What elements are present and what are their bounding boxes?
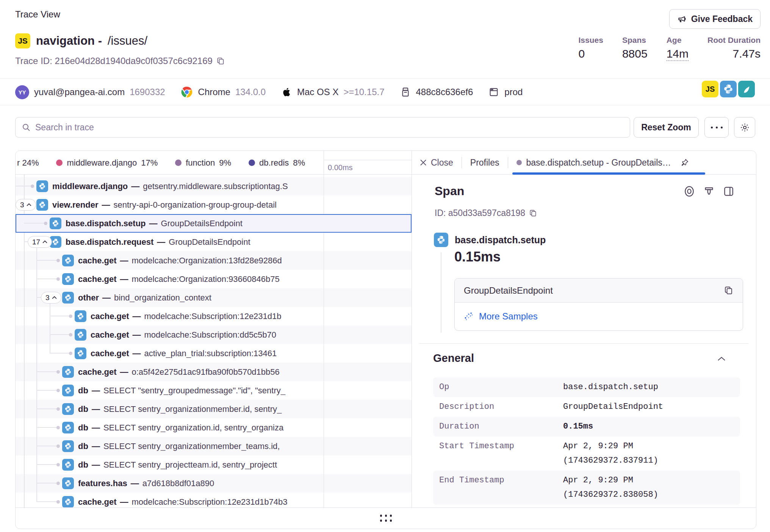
python-icon	[36, 199, 48, 211]
span-row[interactable]: db—SELECT sentry_organizationmember_team…	[16, 437, 412, 455]
connector-line	[441, 252, 441, 333]
general-section-title: General	[433, 352, 474, 365]
copy-icon[interactable]	[529, 209, 537, 217]
device-chip: 488c8c636ef6	[400, 86, 473, 98]
apple-icon	[281, 86, 292, 98]
search-input[interactable]	[35, 122, 624, 133]
tree-connector-dot	[44, 222, 47, 225]
stat-age: Age 14m	[667, 36, 689, 60]
more-options-button[interactable]	[704, 117, 729, 138]
field-label: Start Timestamp	[433, 437, 563, 456]
tree-connector-dot	[56, 463, 60, 466]
environment-chip: prod	[488, 86, 523, 98]
tree-connector-line	[50, 316, 70, 316]
span-row[interactable]: cache.get—modelcache:Subscription:dd5c5b…	[16, 325, 412, 344]
pin-icon[interactable]	[680, 158, 689, 167]
field-label: End Timestamp	[433, 471, 563, 490]
collapse-section-icon[interactable]	[717, 356, 726, 362]
tree-connector-dot	[56, 444, 60, 448]
field-row: End TimestampApr 2, 9:29 PM(1743629372.8…	[433, 471, 740, 505]
stat-issues: Issues 0	[579, 36, 603, 60]
expand-children-pill[interactable]: 3	[16, 199, 36, 211]
span-row[interactable]: db—SELECT sentry_organizationmember.id, …	[16, 400, 412, 418]
tab-profiles[interactable]: Profiles	[470, 158, 499, 168]
copy-icon[interactable]	[723, 285, 734, 296]
python-icon	[434, 233, 448, 247]
span-details-body: Span	[412, 175, 756, 508]
browser-version: 134.0.0	[235, 87, 266, 97]
python-icon	[62, 366, 74, 378]
span-row-label: view.render—sentry-api-0-organization-gr…	[52, 196, 277, 214]
tree-connector-dot	[69, 333, 72, 336]
tree-connector-dot	[69, 315, 72, 318]
span-row[interactable]: cache.get—active_plan_trial:subscription…	[16, 344, 412, 363]
span-row-label: cache.get—modelcache:Organization:13fd28…	[78, 251, 282, 270]
span-row[interactable]: db—SELECT sentry_projectteam.id, sentry_…	[16, 455, 412, 474]
tree-connector-dot	[56, 407, 60, 411]
span-row-label: features.has—a7d618b8df01a890	[78, 474, 214, 493]
drag-handle-icon[interactable]	[380, 515, 392, 522]
span-row[interactable]: 3other—bind_organization_context	[16, 288, 412, 307]
tab-separator	[508, 157, 508, 168]
span-row[interactable]: 17base.dispatch.request—GroupDetailsEndp…	[16, 233, 412, 251]
tree-connector-line	[50, 334, 70, 335]
python-icon	[50, 217, 61, 229]
expand-children-pill[interactable]: 3	[41, 292, 61, 304]
span-row[interactable]: db—SELECT "sentry_groupedmessage"."id", …	[16, 381, 412, 400]
field-row: Start TimestampApr 2, 9:29 PM(1743629372…	[433, 437, 740, 471]
span-heading: Span	[435, 184, 464, 198]
python-icon	[75, 329, 86, 341]
field-row: Duration0.15ms	[433, 417, 740, 437]
tree-connector-line	[36, 260, 58, 261]
span-row[interactable]: middleware.django—getsentry.middleware.s…	[16, 177, 412, 196]
copy-icon[interactable]	[216, 56, 225, 66]
reset-zoom-button[interactable]: Reset Zoom	[634, 117, 699, 138]
span-row[interactable]: cache.get—o:a5f42e275d1ac91fba90f0b570d1…	[16, 363, 412, 381]
tree-connector-dot	[56, 277, 60, 281]
span-row[interactable]: 3view.render—sentry-api-0-organization-g…	[16, 196, 412, 214]
python-icon	[62, 440, 74, 452]
tree-connector-line	[36, 390, 58, 391]
span-row[interactable]: base.dispatch.setup—GroupDetailsEndpoint	[16, 214, 412, 233]
tree-connector-dot	[56, 370, 60, 374]
more-samples-link[interactable]: More Samples	[479, 311, 538, 322]
general-fields-table: Opbase.dispatch.setupDescriptionGroupDet…	[433, 377, 740, 505]
span-row-label: db—SELECT sentry_organization.id, sentry…	[78, 418, 283, 437]
browser-chip: Chrome 134.0.0	[180, 86, 266, 99]
span-row[interactable]: features.has—a7d618b8df01a890	[16, 474, 412, 493]
funnel-icon[interactable]	[703, 185, 715, 197]
span-row[interactable]: cache.get—modelcache:Subscription:12e231…	[16, 493, 412, 508]
span-row[interactable]: cache.get—modelcache:Organization:936608…	[16, 270, 412, 288]
span-row-label: other—bind_organization_context	[78, 288, 211, 307]
span-row[interactable]: db—SELECT sentry_organization.id, sentry…	[16, 418, 412, 437]
expand-children-pill[interactable]: 17	[28, 236, 52, 248]
give-feedback-label: Give Feedback	[691, 14, 753, 24]
tab-span-details[interactable]: base.dispatch.setup - GroupDetails…	[516, 158, 689, 168]
page-title: Trace View	[15, 9, 60, 20]
span-tree-rows: cache.get—modelcache:Subscription:12e231…	[16, 175, 412, 508]
age-value[interactable]: 14m	[667, 47, 689, 61]
span-description: GroupDetailsEndpoint	[464, 285, 553, 296]
tree-connector-line	[36, 464, 58, 465]
settings-button[interactable]	[734, 117, 755, 138]
span-row[interactable]: cache.get—modelcache:Organization:13fd28…	[16, 251, 412, 270]
tree-connector-dot	[56, 259, 60, 262]
field-value: Apr 2, 9:29 PM(1743629372.837911)	[563, 437, 658, 471]
project-platform-icons: JS	[702, 81, 755, 97]
chevron-up-icon	[42, 240, 47, 244]
device-icon	[400, 86, 411, 98]
span-row-label: base.dispatch.setup—GroupDetailsEndpoint	[66, 214, 243, 233]
drawer-resize-bar[interactable]	[16, 507, 756, 529]
python-icon	[62, 273, 74, 285]
span-row-label: db—SELECT sentry_projectteam.id, sentry_…	[78, 455, 277, 474]
tree-connector-dot	[69, 352, 72, 355]
split-panel-icon[interactable]	[723, 185, 735, 197]
environment-name: prod	[504, 87, 523, 97]
user-chip[interactable]: YY yuval@pangea-ai.com 1690332	[15, 85, 165, 99]
timeline-header: 0.00ms	[324, 151, 412, 175]
close-drawer-button[interactable]: Close	[419, 158, 453, 168]
span-row[interactable]: cache.get—modelcache:Subscription:12e231…	[16, 307, 412, 325]
tree-connector-dot	[31, 185, 34, 188]
focus-span-icon[interactable]	[683, 185, 695, 197]
give-feedback-button[interactable]: Give Feedback	[669, 9, 761, 29]
